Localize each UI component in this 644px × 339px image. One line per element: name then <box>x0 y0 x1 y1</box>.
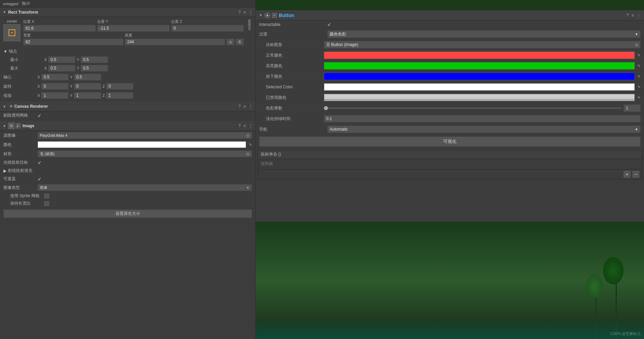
disabled-color-row: 已禁用颜色 ✎ <box>256 92 644 103</box>
button-help-icon[interactable]: ? <box>626 13 629 18</box>
pos-x-input[interactable]: 61.6 <box>23 25 96 32</box>
right-bottom-scene: CSDN @芝麻粒儿 <box>256 222 644 339</box>
canvas-help-icon[interactable]: ? <box>238 104 241 109</box>
cull-mesh-label: 剔除透明网格 <box>3 113 38 118</box>
image-enabled-check[interactable]: ✓ <box>16 123 20 128</box>
rot-y[interactable] <box>74 83 101 90</box>
selected-color-swatch[interactable] <box>324 83 635 91</box>
image-collapse[interactable]: ▼ <box>3 124 6 128</box>
width-input[interactable]: 82 <box>23 39 123 45</box>
pivot-x[interactable] <box>41 74 69 80</box>
height-input[interactable]: 244 <box>125 39 225 45</box>
color-pencil-icon[interactable]: ✎ <box>249 143 252 147</box>
scale-y[interactable] <box>74 92 101 99</box>
image-toggle[interactable]: ✓ <box>16 123 20 128</box>
rot-x[interactable] <box>41 83 69 90</box>
highlighted-color-pencil[interactable]: ✎ <box>638 64 641 68</box>
color-multiplier-input[interactable]: 1 <box>624 104 641 112</box>
button-collapse[interactable]: ▼ <box>259 13 263 17</box>
use-sprite-label: 使用 Sprite 网格 <box>10 193 44 199</box>
preserve-check[interactable] <box>44 201 49 206</box>
blueprint-icon[interactable]: ⊞ <box>226 39 235 45</box>
canvas-renderer-collapse[interactable]: ▼ <box>3 105 6 108</box>
anchor-min-x[interactable] <box>48 56 75 63</box>
target-graphic-dropdown[interactable]: ☰ Button (Image) ◎ <box>324 41 641 48</box>
disabled-color-pencil[interactable]: ✎ <box>638 95 641 100</box>
disabled-color-swatch[interactable] <box>324 94 635 101</box>
pivot-y[interactable] <box>74 74 101 80</box>
target-graphic-target-icon[interactable]: ◎ <box>635 42 638 47</box>
scale-x[interactable] <box>41 92 69 99</box>
button-settings-icon[interactable]: ≡ <box>631 13 634 18</box>
image-type-dropdown[interactable]: 简单 ▼ <box>38 184 252 191</box>
anchor-min-y[interactable] <box>81 56 108 63</box>
image-more-icon[interactable]: ⋮ <box>249 123 253 128</box>
top-green-area <box>256 0 644 10</box>
target-graphic-row: 目标图形 ☰ Button (Image) ◎ <box>256 40 644 50</box>
pressed-color-row: 按下颜色 ✎ <box>256 71 644 82</box>
image-settings-icon[interactable]: ≡ <box>243 123 246 128</box>
normal-color-swatch[interactable] <box>324 51 635 59</box>
add-listener-button[interactable]: + <box>623 171 631 178</box>
material-target[interactable]: ◎ <box>246 151 250 156</box>
middle-label: middle <box>247 19 251 30</box>
color-multiplier-thumb[interactable] <box>324 106 328 110</box>
source-image-label: 源图像 <box>3 133 38 138</box>
pivot-label: 轴心 <box>3 74 38 80</box>
pos-z-input[interactable]: 0 <box>171 25 244 32</box>
water-glow <box>256 319 644 339</box>
anchor-collapse[interactable]: ▼ <box>3 49 8 54</box>
rect-help-icon[interactable]: ? <box>238 10 241 15</box>
button-more-icon[interactable]: ⋮ <box>636 13 641 18</box>
anchor-max-y-axis: Y <box>77 66 79 70</box>
rot-z[interactable] <box>106 83 133 90</box>
source-image-dropdown[interactable]: PlayGold Atlas 4 ◎ <box>38 132 252 139</box>
pressed-color-swatch[interactable] <box>324 73 635 80</box>
normal-color-pencil[interactable]: ✎ <box>638 53 641 58</box>
pos-y-input[interactable]: -11.5 <box>97 25 170 32</box>
image-header[interactable]: ▼ 🖼 ✓ Image ? ≡ ⋮ <box>0 121 255 131</box>
rect-more-icon[interactable]: ⋮ <box>249 10 253 15</box>
canvas-renderer-header[interactable]: ▼ 👁 Canvas Renderer ? ≡ ⋮ <box>0 102 255 112</box>
scale-z[interactable] <box>106 92 133 99</box>
anchor-max-x[interactable] <box>48 65 75 72</box>
transition-dropdown[interactable]: 颜色色彩 ▼ <box>327 30 641 38</box>
rect-transform-collapse[interactable]: ▼ <box>3 10 6 14</box>
image-help-icon[interactable]: ? <box>238 123 241 128</box>
rot-y-axis: Y <box>70 84 72 88</box>
raycast-target-row: 光线投射目标 ✓ <box>0 159 255 167</box>
anchor-widget[interactable] <box>3 24 20 41</box>
button-toggle[interactable]: ✓ <box>272 13 277 18</box>
pressed-color-pencil[interactable]: ✎ <box>638 74 641 79</box>
next-label: 预/片 <box>22 1 30 6</box>
canvas-settings-icon[interactable]: ≡ <box>243 104 246 109</box>
set-native-size-button[interactable]: 设置原生大小 <box>3 209 252 218</box>
anchor-max-y[interactable] <box>81 65 108 72</box>
highlighted-color-swatch[interactable] <box>324 62 635 70</box>
color-swatch[interactable] <box>38 141 246 148</box>
selected-color-pencil[interactable]: ✎ <box>638 85 641 89</box>
raycast-padding-collapse[interactable]: ▶ <box>3 168 6 173</box>
navigation-arrow: ▼ <box>635 128 638 131</box>
material-dropdown[interactable]: 无 (材质) ◎ <box>38 150 252 157</box>
source-image-target[interactable]: ◎ <box>246 133 250 138</box>
right-top: ▼ ● ✓ Button ? ≡ ⋮ Interactable ✓ 过渡 <box>256 0 644 222</box>
color-multiplier-track[interactable] <box>324 107 621 109</box>
remove-listener-button[interactable]: − <box>632 171 640 178</box>
on-click-section: 鼠标单击 () 空列表 + − <box>258 150 642 179</box>
fade-duration-input[interactable]: 0.1 <box>324 115 641 122</box>
use-sprite-check[interactable] <box>44 194 49 198</box>
transition-row: 过渡 颜色色彩 ▼ <box>256 29 644 40</box>
r-button[interactable]: R <box>236 39 244 45</box>
rect-transform-header[interactable]: ▼ Rect Transform ? ≡ ⋮ <box>0 8 255 17</box>
navigation-dropdown[interactable]: Automatic ▼ <box>327 126 641 133</box>
canvas-more-icon[interactable]: ⋮ <box>249 104 253 109</box>
rect-settings-icon[interactable]: ≡ <box>243 10 246 15</box>
selected-color-label: Selected Color <box>266 85 324 89</box>
button-header[interactable]: ▼ ● ✓ Button ? ≡ ⋮ <box>256 10 644 20</box>
visualize-button[interactable]: 可视化 <box>259 136 641 147</box>
button-header-actions: ? ≡ ⋮ <box>626 13 641 18</box>
preserve-label: 保持长宽比 <box>10 201 44 206</box>
use-sprite-row: 使用 Sprite 网格 <box>0 192 255 200</box>
interactable-row: Interactable ✓ <box>256 20 644 29</box>
